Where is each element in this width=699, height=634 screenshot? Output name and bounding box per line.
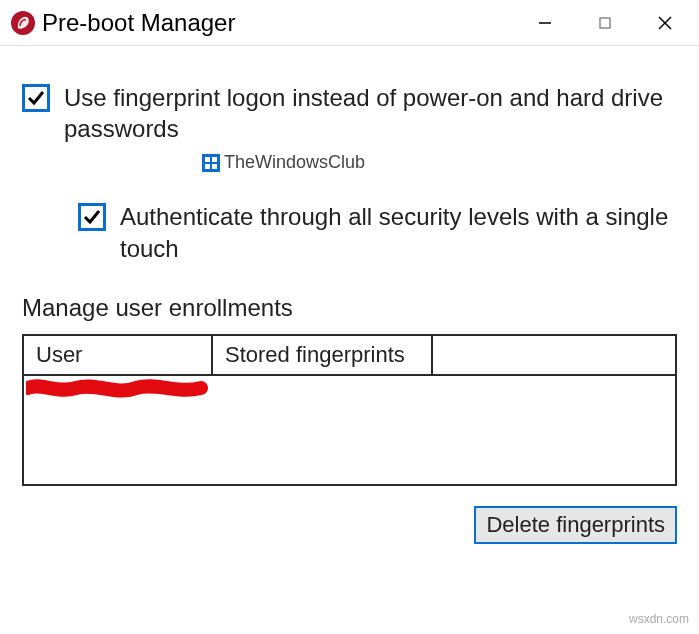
- svg-rect-6: [212, 157, 217, 162]
- maximize-button[interactable]: [575, 0, 635, 46]
- cell-stored: [212, 375, 432, 407]
- app-icon: [10, 10, 36, 36]
- fingerprint-logon-checkbox[interactable]: [22, 84, 50, 112]
- action-row: Delete fingerprints: [22, 506, 677, 544]
- fingerprint-logon-label: Use fingerprint logon instead of power-o…: [64, 82, 677, 144]
- column-header-empty: [432, 336, 675, 375]
- content-area: Use fingerprint logon instead of power-o…: [0, 46, 699, 566]
- fingerprint-logon-option: Use fingerprint logon instead of power-o…: [22, 82, 677, 144]
- svg-rect-7: [205, 164, 210, 169]
- close-button[interactable]: [635, 0, 695, 46]
- authenticate-all-checkbox[interactable]: [78, 203, 106, 231]
- window-controls: [515, 0, 695, 46]
- column-header-user[interactable]: User: [24, 336, 212, 375]
- svg-rect-8: [212, 164, 217, 169]
- minimize-button[interactable]: [515, 0, 575, 46]
- table-row[interactable]: [24, 375, 675, 407]
- enrollments-section-label: Manage user enrollments: [22, 294, 677, 322]
- watermark-text: TheWindowsClub: [224, 152, 365, 173]
- redacted-user-text: [34, 380, 202, 398]
- cell-user: [24, 375, 212, 407]
- delete-fingerprints-button[interactable]: Delete fingerprints: [474, 506, 677, 544]
- titlebar: Pre-boot Manager: [0, 0, 699, 46]
- watermark-icon: [202, 154, 220, 172]
- enrollments-table: User Stored fingerprints: [22, 334, 677, 486]
- authenticate-all-option: Authenticate through all security levels…: [78, 201, 677, 263]
- svg-rect-5: [205, 157, 210, 162]
- svg-rect-2: [600, 18, 610, 28]
- column-header-stored[interactable]: Stored fingerprints: [212, 336, 432, 375]
- authenticate-all-label: Authenticate through all security levels…: [120, 201, 677, 263]
- window-title: Pre-boot Manager: [42, 9, 515, 37]
- source-tag: wsxdn.com: [629, 612, 689, 626]
- watermark: TheWindowsClub: [202, 152, 677, 173]
